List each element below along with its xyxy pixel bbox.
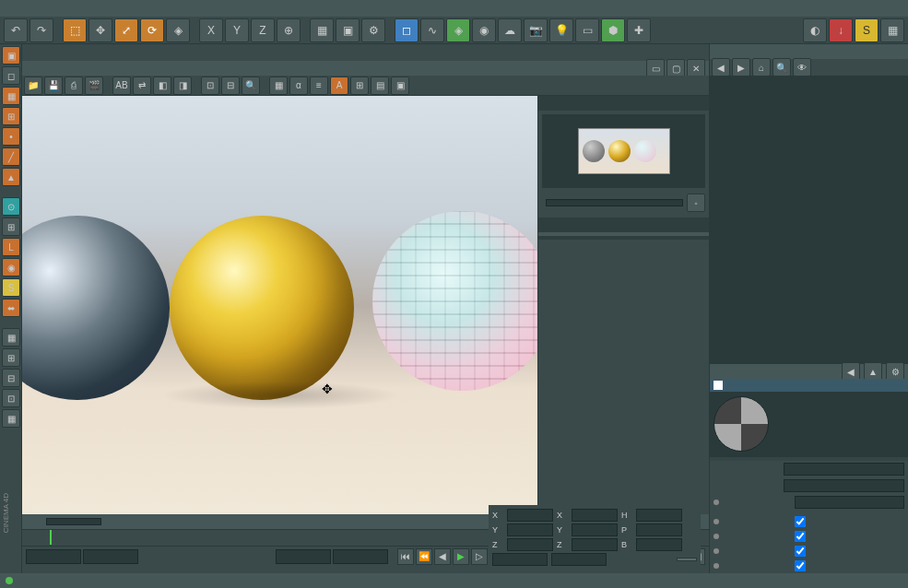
transform-button[interactable]: ◈ — [166, 18, 190, 42]
obj-filter-button[interactable]: 👁 — [793, 58, 811, 76]
z-pos-input[interactable] — [507, 538, 553, 551]
prop-roughness-check[interactable] — [795, 516, 806, 527]
status-slider[interactable] — [46, 518, 101, 525]
view-5-button[interactable]: ▦ — [2, 409, 20, 428]
character-button[interactable]: ✚ — [627, 18, 651, 42]
view-1-button[interactable]: ▦ — [2, 328, 20, 347]
light-button[interactable]: 💡 — [549, 18, 573, 42]
prop-layer-input[interactable] — [784, 479, 904, 492]
apply-button[interactable] — [677, 558, 697, 561]
octane-s-button[interactable]: S — [855, 18, 879, 42]
cube-primitive-button[interactable]: ◻ — [395, 18, 419, 42]
pv-a-button[interactable]: A — [330, 76, 348, 95]
z-size-input[interactable] — [572, 538, 618, 551]
b-rot-input[interactable] — [636, 538, 682, 551]
pv-min-button[interactable]: ▭ — [646, 59, 665, 77]
start-frame-input[interactable] — [26, 549, 81, 564]
workplane-button[interactable]: ⊞ — [2, 107, 20, 125]
y-size-input[interactable] — [572, 523, 618, 536]
h-rot-input[interactable] — [636, 509, 682, 522]
navigator-thumbnail[interactable] — [542, 114, 705, 188]
edge-mode-button[interactable]: ╱ — [2, 147, 20, 166]
y-axis-button[interactable]: Y — [225, 18, 249, 42]
prop-filmindex-check[interactable] — [795, 560, 806, 571]
pv-hist-button[interactable]: ⊞ — [350, 76, 369, 95]
live-select-button[interactable]: ⬚ — [63, 18, 87, 42]
render-settings-button[interactable]: ⚙ — [361, 18, 385, 42]
view-4-button[interactable]: ⊡ — [2, 389, 20, 407]
environment-button[interactable]: ☁ — [498, 18, 522, 42]
end-frame-input[interactable] — [276, 549, 331, 564]
pv-saveall-button[interactable]: ⎙ — [65, 76, 83, 95]
render-view-button[interactable]: ▦ — [310, 18, 334, 42]
soft-select-button[interactable]: ◉ — [2, 258, 20, 276]
octane-4-button[interactable]: ▦ — [880, 18, 904, 42]
obj-home-button[interactable]: ⌂ — [752, 58, 771, 76]
x-pos-input[interactable] — [507, 509, 553, 522]
octane-2-button[interactable]: ↓ — [829, 18, 853, 42]
pv-layer-button[interactable]: ≡ — [310, 76, 328, 95]
zoom-slider[interactable] — [546, 199, 683, 206]
prop-reflection-check[interactable] — [795, 531, 806, 542]
obj-search-button[interactable]: 🔍 — [772, 58, 791, 76]
zoom-reset-button[interactable]: ◦ — [687, 194, 705, 212]
scale-button[interactable]: ⤢ — [114, 18, 138, 42]
pv-channel-button[interactable]: ▦ — [269, 76, 288, 95]
pv-fit-button[interactable]: ⊡ — [201, 76, 219, 95]
pv-ab-button[interactable]: AB — [112, 76, 131, 95]
prop-mtype-input[interactable] — [795, 496, 904, 509]
pv-swap-button[interactable]: ⇄ — [133, 76, 151, 95]
obj-prev-button[interactable]: ◀ — [712, 58, 730, 76]
end-frame-2-input[interactable] — [333, 549, 388, 564]
goto-start-button[interactable]: ⏮ — [397, 548, 414, 565]
axis-button[interactable]: L — [2, 238, 20, 256]
pv-100-button[interactable]: ⊟ — [221, 76, 240, 95]
undo-button[interactable]: ↶ — [4, 18, 28, 42]
mograph-button[interactable]: ⬢ — [601, 18, 625, 42]
p-rot-input[interactable] — [636, 523, 682, 536]
pv-open-button[interactable]: 📁 — [24, 76, 42, 95]
view-2-button[interactable]: ⊞ — [2, 348, 20, 367]
deformer-button[interactable]: ◉ — [472, 18, 496, 42]
pv-max-button[interactable]: ▢ — [666, 59, 685, 77]
attr-fn-button[interactable]: ⚙ — [886, 362, 904, 381]
render-viewport[interactable]: ✥ — [22, 96, 537, 514]
z-axis-button[interactable]: Z — [251, 18, 275, 42]
prop-filmwidth-check[interactable] — [795, 546, 806, 557]
rotate-button[interactable]: ⟳ — [140, 18, 164, 42]
texture-mode-button[interactable]: ▦ — [2, 87, 20, 105]
pv-alpha-button[interactable]: α — [289, 76, 308, 95]
coord-mode-scale[interactable] — [551, 553, 607, 566]
redo-button[interactable]: ↷ — [29, 18, 53, 42]
octane-1-button[interactable]: ◐ — [803, 18, 827, 42]
prop-name-input[interactable] — [784, 463, 904, 476]
polygon-mode-button[interactable]: ▲ — [2, 168, 20, 186]
attr-up-button[interactable]: ▲ — [864, 362, 882, 381]
timeline-playhead[interactable] — [50, 530, 52, 545]
snap-grid-button[interactable]: ⊞ — [2, 218, 20, 236]
pv-wipe-button[interactable]: ◨ — [173, 76, 192, 95]
pv-full-button[interactable]: ▣ — [391, 76, 409, 95]
x-size-input[interactable] — [572, 509, 618, 522]
normal-button[interactable]: ⬌ — [2, 299, 20, 317]
pv-zoom-button[interactable]: 🔍 — [242, 76, 260, 95]
prev-frame-button[interactable]: ◀ — [434, 548, 451, 565]
current-frame-input[interactable] — [83, 549, 138, 564]
next-frame-button[interactable]: ▷ — [471, 548, 488, 565]
prev-key-button[interactable]: ⏪ — [416, 548, 432, 565]
point-mode-button[interactable]: • — [2, 127, 20, 146]
pv-nav-button[interactable]: ▤ — [371, 76, 389, 95]
pv-diff-button[interactable]: ◧ — [153, 76, 171, 95]
render-pv-button[interactable]: ▣ — [336, 18, 360, 42]
scene-button[interactable]: ▭ — [575, 18, 599, 42]
spline-button[interactable]: ∿ — [420, 18, 444, 42]
view-3-button[interactable]: ⊟ — [2, 369, 20, 387]
pv-close-button[interactable]: ✕ — [687, 59, 705, 77]
x-axis-button[interactable]: X — [199, 18, 223, 42]
object-mode-button[interactable]: ◻ — [2, 66, 20, 85]
attr-prev-button[interactable]: ◀ — [842, 362, 860, 381]
world-axis-button[interactable]: ⊕ — [277, 18, 301, 42]
obj-next-button[interactable]: ▶ — [732, 58, 750, 76]
material-preview-sphere[interactable] — [713, 396, 769, 452]
move-button[interactable]: ✥ — [88, 18, 112, 42]
